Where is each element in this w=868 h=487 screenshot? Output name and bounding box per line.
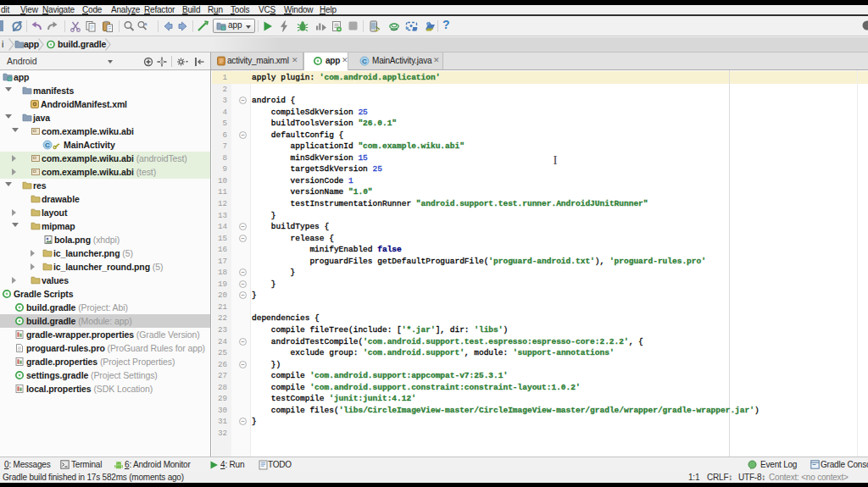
- svg-text:C: C: [362, 58, 367, 65]
- svg-text:a: a: [144, 21, 147, 26]
- svg-text:C: C: [45, 141, 50, 149]
